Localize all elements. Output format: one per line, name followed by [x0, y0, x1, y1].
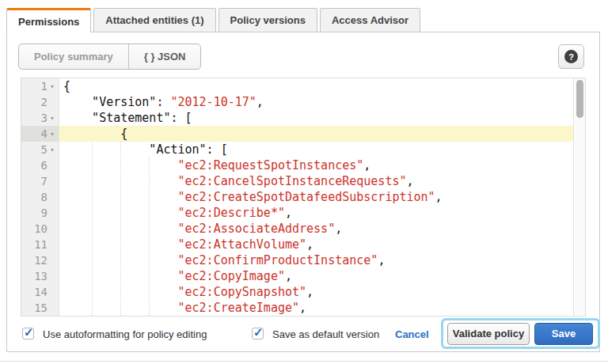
code-line-14: "ec2:CopySnapshot", — [59, 284, 573, 300]
line-number: 11 — [34, 238, 48, 251]
gutter-line-12: 12 — [21, 252, 59, 268]
gutter-line-11: 11 — [21, 237, 59, 252]
json-plain-token: , — [335, 222, 342, 236]
gutter-line-1[interactable]: 1▾ — [21, 78, 59, 94]
json-plain-token — [63, 158, 178, 173]
json-plain-token: "Statement": [ — [63, 111, 192, 125]
tab-access-advisor-label: Access Advisor — [332, 14, 408, 26]
json-string-token: "ec2:CopyImage" — [178, 269, 285, 283]
gutter-line-3[interactable]: 3▾ — [21, 110, 59, 126]
json-plain-token — [63, 301, 178, 315]
checkmark-icon: ✓ — [24, 325, 34, 339]
policy-json-editor[interactable]: 1▾23▾4▾5▾6789101112131415 { "Version": "… — [21, 78, 586, 317]
tab-permissions[interactable]: Permissions — [6, 8, 91, 32]
json-plain-token — [63, 206, 178, 220]
json-string-token: "ec2:CreateSpotDatafeedSubscription" — [178, 190, 435, 204]
json-string-token: "ec2:Describe*" — [178, 206, 285, 220]
tab-policy-versions[interactable]: Policy versions — [218, 8, 317, 32]
gutter-line-14: 14 — [21, 284, 59, 300]
question-mark-icon: ? — [564, 50, 578, 63]
fold-arrow-icon[interactable]: ▾ — [48, 114, 57, 122]
json-plain-token: , — [435, 190, 443, 204]
view-toggle-group: Policy summary { } JSON — [18, 44, 201, 70]
line-number: 1 — [41, 80, 48, 93]
json-view-button[interactable]: { } JSON — [129, 44, 201, 69]
json-plain-token — [63, 190, 178, 204]
json-plain-token — [63, 253, 178, 267]
json-plain-token: { — [63, 79, 70, 93]
editor-code[interactable]: { "Version": "2012-10-17", "Statement": … — [59, 78, 573, 316]
gutter-line-15: 15 — [21, 300, 59, 316]
line-number: 5 — [41, 143, 48, 156]
primary-actions-focus-ring: Validate policy Save — [441, 318, 600, 349]
json-string-token: "ec2:AssociateAddress" — [178, 222, 336, 236]
policy-summary-button[interactable]: Policy summary — [19, 44, 129, 69]
code-line-1: { — [59, 78, 573, 94]
validate-policy-button[interactable]: Validate policy — [447, 323, 530, 345]
code-line-5: "Action": [ — [59, 142, 573, 157]
line-number: 8 — [41, 191, 48, 203]
code-line-10: "ec2:AssociateAddress", — [59, 221, 573, 237]
json-plain-token — [63, 237, 178, 252]
json-plain-token: { — [63, 127, 127, 141]
json-plain-token: , — [285, 206, 292, 220]
gutter-line-13: 13 — [21, 268, 59, 284]
save-default-version-checkbox[interactable]: ✓ — [252, 328, 264, 339]
fold-arrow-icon[interactable]: ▾ — [48, 130, 57, 138]
json-plain-token — [63, 222, 178, 236]
line-number: 15 — [34, 301, 48, 314]
line-number: 2 — [41, 96, 48, 108]
save-button[interactable]: Save — [534, 323, 593, 345]
json-plain-token — [63, 269, 178, 283]
fold-arrow-icon[interactable]: ▾ — [48, 82, 57, 90]
json-plain-token: "Version": — [63, 95, 170, 109]
tab-policy-versions-label: Policy versions — [230, 14, 306, 26]
gutter-line-7: 7 — [21, 173, 59, 189]
editor-footer: ✓ Use autoformatting for policy editing … — [7, 317, 599, 351]
tab-bar: Permissions Attached entities (1) Policy… — [6, 8, 423, 32]
code-line-15: "ec2:CreateImage", — [59, 300, 573, 316]
json-string-token: "ec2:ConfirmProductInstance" — [178, 253, 378, 267]
line-number: 10 — [34, 222, 48, 235]
json-plain-token: , — [256, 95, 264, 109]
json-plain-token: , — [363, 158, 370, 173]
code-line-7: "ec2:CancelSpotInstanceRequests", — [59, 173, 573, 189]
code-line-8: "ec2:CreateSpotDatafeedSubscription", — [59, 189, 573, 205]
cancel-link[interactable]: Cancel — [395, 328, 429, 340]
code-line-2: "Version": "2012-10-17", — [59, 94, 573, 110]
code-line-11: "ec2:AttachVolume", — [59, 237, 573, 252]
fold-arrow-icon[interactable]: ▾ — [48, 146, 57, 154]
gutter-line-10: 10 — [21, 221, 59, 237]
tab-attached-entities[interactable]: Attached entities (1) — [93, 8, 215, 32]
line-number: 3 — [41, 112, 48, 124]
line-number: 14 — [34, 286, 48, 298]
line-number: 4 — [41, 127, 48, 140]
editor-scrollbar-track[interactable] — [573, 78, 585, 316]
editor-scrollbar-thumb[interactable] — [576, 80, 583, 118]
gutter-line-9: 9 — [21, 205, 59, 221]
code-line-4: { — [59, 126, 573, 142]
page-divider — [0, 361, 608, 362]
line-number: 6 — [41, 159, 48, 172]
line-number: 13 — [34, 270, 48, 282]
help-button[interactable]: ? — [558, 44, 584, 69]
tab-access-advisor[interactable]: Access Advisor — [320, 8, 420, 32]
json-string-token: "ec2:CancelSpotInstanceRequests" — [178, 174, 407, 188]
code-line-6: "ec2:RequestSpotInstances", — [59, 157, 573, 173]
autoformat-checkbox[interactable]: ✓ — [22, 328, 34, 339]
json-plain-token: , — [306, 237, 314, 252]
json-plain-token — [63, 285, 178, 299]
json-plain-token: , — [406, 174, 413, 188]
json-string-token: "ec2:AttachVolume" — [178, 237, 307, 252]
iam-policy-editor-page: Permissions Attached entities (1) Policy… — [0, 0, 608, 364]
json-string-token: "ec2:CreateImage" — [178, 301, 300, 315]
json-plain-token: , — [306, 285, 314, 299]
json-string-token: "2012-10-17" — [170, 95, 256, 109]
checkmark-icon: ✓ — [253, 325, 264, 339]
gutter-line-4[interactable]: 4▾ — [21, 126, 59, 142]
editor-gutter: 1▾23▾4▾5▾6789101112131415 — [21, 78, 59, 316]
line-number: 12 — [34, 254, 48, 267]
json-string-token: "ec2:CopySnapshot" — [178, 285, 307, 299]
tab-attached-entities-label: Attached entities (1) — [105, 14, 203, 26]
gutter-line-5[interactable]: 5▾ — [21, 142, 59, 157]
